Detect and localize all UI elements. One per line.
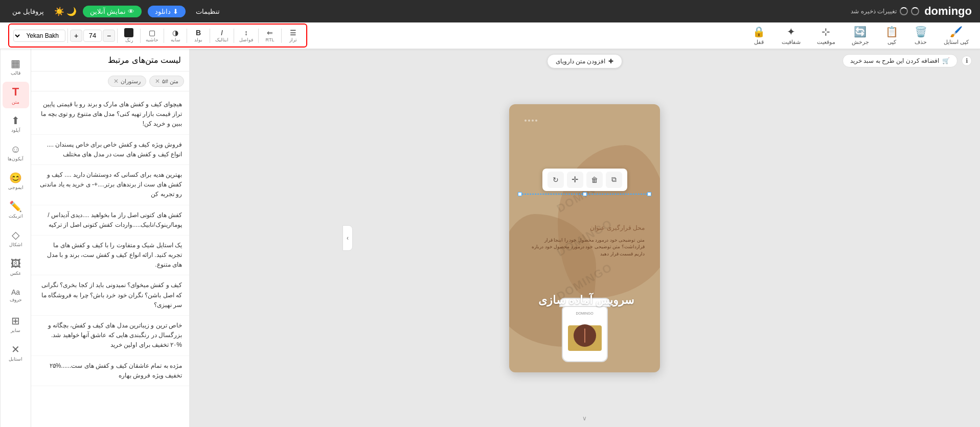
sidebar-item-shapes[interactable]: ◇ اشکال xyxy=(3,225,29,251)
divider-7 xyxy=(140,29,141,43)
filter-tag-1[interactable]: رستوران ✕ xyxy=(108,76,146,87)
tool-position[interactable]: ⊹ موقعیت xyxy=(814,23,838,48)
dot-3 xyxy=(528,120,530,122)
tool-copy-style[interactable]: 🖌️ کپی استایل xyxy=(941,23,972,48)
app-logo: domingo xyxy=(924,5,972,18)
eye-icon: 👁 xyxy=(128,8,134,15)
plus-icon: ✚ xyxy=(608,58,613,65)
sidebar-item-style[interactable]: ✕ استایل xyxy=(3,339,29,366)
spinner-icon-2 xyxy=(900,7,908,15)
tool-copy[interactable]: 📋 کپی xyxy=(882,23,901,48)
sidebar-item-text[interactable]: T متن xyxy=(3,82,29,108)
spacing-button[interactable]: ↕ فواصل xyxy=(236,27,256,44)
card-body-text: متن توضیحی خود درمورد محصول خود را اینجا… xyxy=(525,237,645,258)
handle-mr[interactable] xyxy=(647,192,651,196)
bold-button[interactable]: B بولد xyxy=(189,27,208,44)
italic-button[interactable]: I ایتالیک xyxy=(212,27,232,44)
font-size-control: − + xyxy=(70,30,115,42)
top-navbar: domingo تغییرات ذخیره شد تنظیمات ⬇ دانلو… xyxy=(0,0,980,22)
moon-icon[interactable]: 🌙 xyxy=(66,7,77,16)
move-icon[interactable]: ✛ xyxy=(567,172,583,188)
font-family-select[interactable]: Yekan Bakh xyxy=(13,30,65,42)
add-text-banner[interactable]: ✚ افزودن متن دارویای xyxy=(547,54,623,68)
sidebar-item-photos[interactable]: 🖼 عکس xyxy=(3,253,29,280)
color-button[interactable]: رنگ xyxy=(120,27,138,44)
handle-bm[interactable] xyxy=(583,192,587,196)
shadow-button[interactable]: ◑ سایه xyxy=(166,27,185,44)
align-button[interactable]: ☰ تراز xyxy=(284,27,302,44)
divider-4 xyxy=(210,29,210,43)
info-icon[interactable]: ℹ xyxy=(962,56,972,66)
settings-button[interactable]: تنظیمات xyxy=(192,6,224,17)
save-status: تغییرات ذخیره شد xyxy=(851,7,919,15)
toolbar-tools: 🖌️ کپی استایل 🗑️ حذف 📋 کپی 🔄 جرخش ⊹ موقع… xyxy=(749,23,972,48)
dot-4 xyxy=(525,120,527,122)
sidebar-item-emoji[interactable]: 😊 ایموجی xyxy=(3,168,29,194)
tool-transparency[interactable]: ✦ شفافیت xyxy=(779,23,804,48)
tool-delete[interactable]: 🗑️ حذف xyxy=(911,23,930,48)
emoji-icon: 😊 xyxy=(9,172,22,184)
list-item-5[interactable]: کیف و کفش میخوای؟ نمیدونی باید از کجا بخ… xyxy=(31,275,189,316)
font-size-decrease[interactable]: − xyxy=(103,30,115,42)
collapse-panel-arrow[interactable]: › xyxy=(343,225,353,251)
copy-element-button[interactable]: ⧉ xyxy=(606,172,622,188)
font-size-increase[interactable]: + xyxy=(70,30,82,42)
border-button[interactable]: ▢ حاشیه xyxy=(143,27,162,44)
list-item-0[interactable]: هیچوای کیف و کفش های مارک و برند رو با ق… xyxy=(31,94,189,135)
preview-button[interactable]: 👁 نمایش آنلاین xyxy=(83,6,142,17)
font-size-input[interactable] xyxy=(83,30,102,42)
design-card: DOMINGO DOMINGO DOMINGO xyxy=(509,104,660,372)
text-icon: T xyxy=(12,85,19,99)
theme-toggle[interactable]: 🌙 ☀️ xyxy=(54,7,77,16)
tool-rotate[interactable]: 🔄 جرخش xyxy=(849,23,872,48)
profile-button[interactable]: پروفایل من xyxy=(8,6,48,17)
photos-icon: 🖼 xyxy=(11,258,21,270)
icon-sidebar: ▦ قالب T متن ⬆ آپلود ☺ آیکون‌ها 😊 ایموجی… xyxy=(0,49,31,427)
transparency-icon: ✦ xyxy=(787,26,795,38)
shadow-icon: ◑ xyxy=(172,29,178,37)
refresh-element-button[interactable]: ↻ xyxy=(548,172,564,188)
position-icon: ⊹ xyxy=(822,26,830,38)
canvas-top-bar: ℹ 🛒 افضافه کردن این طرح به سبد خرید xyxy=(842,54,972,67)
sidebar-item-sticker[interactable]: ✏️ اتریکت xyxy=(3,196,29,223)
cup-logo-text: DOMINGO xyxy=(576,312,593,315)
scroll-indicator[interactable]: ∨ xyxy=(582,415,587,422)
sticker-icon: ✏️ xyxy=(9,200,22,212)
list-item-4[interactable]: یک استایل شیک و متفاوت را با کیف و کفش ه… xyxy=(31,235,189,276)
text-format-toolbar: ☰ تراز ⇐ RTL ↕ فواصل I ایتالیک B بولد ◑ … xyxy=(8,23,307,48)
panel-header: لیست متن‌های مرتبط xyxy=(31,49,189,72)
list-item-2[interactable]: بهترین هدیه برای کسانی که دوستشان دارید … xyxy=(31,165,189,205)
copy-icon: 📋 xyxy=(885,26,898,38)
sun-icon[interactable]: ☀️ xyxy=(54,7,64,16)
dot-2 xyxy=(532,120,534,122)
tool-lock[interactable]: 🔒 قفل xyxy=(749,23,768,48)
border-icon: ▢ xyxy=(149,29,155,37)
delete-element-button[interactable]: 🗑 xyxy=(586,172,603,188)
sidebar-item-other[interactable]: ⊞ سایر xyxy=(3,311,29,337)
list-item-7[interactable]: مژده به تمام عاشقان کیف و کفش های ست....… xyxy=(31,356,189,386)
color-icon xyxy=(124,28,133,37)
sidebar-item-template[interactable]: ▦ قالب xyxy=(3,53,29,80)
card-dots xyxy=(525,120,537,122)
list-item-3[interactable]: کفش های کتونی اصل راز ما بخواهید ....دید… xyxy=(31,205,189,235)
sidebar-item-upload[interactable]: ⬆ آپلود xyxy=(3,110,29,137)
filter-tag-0[interactable]: متن #۵ ✕ xyxy=(149,76,184,87)
list-item-1[interactable]: فروش ویژه کیف و کفش خاص برای خاص پسندان … xyxy=(31,135,189,165)
bold-icon: B xyxy=(196,29,201,37)
cup-body: DOMINGO xyxy=(562,306,608,362)
download-icon: ⬇ xyxy=(173,8,178,15)
rtl-icon: ⇐ xyxy=(267,29,273,37)
remove-filter-0[interactable]: ✕ xyxy=(155,78,160,85)
sidebar-item-icons[interactable]: ☺ آیکون‌ها xyxy=(3,139,29,165)
sidebar-item-letters[interactable]: Aa حروف xyxy=(3,282,29,309)
remove-filter-1[interactable]: ✕ xyxy=(113,78,119,85)
list-item-6[interactable]: خاص ترین و زیباترین مدل های کیف و کفش، ب… xyxy=(31,316,189,356)
nav-right: تنظیمات ⬇ دانلود 👁 نمایش آنلاین 🌙 ☀️ پرو… xyxy=(8,6,224,17)
align-icon: ☰ xyxy=(290,29,297,37)
panel-filters: متن #۵ ✕ رستوران ✕ xyxy=(31,72,189,91)
handle-ml[interactable] xyxy=(518,192,522,196)
rtl-button[interactable]: ⇐ RTL xyxy=(261,27,279,44)
right-panel: لیست متن‌های مرتبط متن #۵ ✕ رستوران ✕ هی… xyxy=(31,49,189,427)
add-to-cart-button[interactable]: 🛒 افضافه کردن این طرح به سبد خرید xyxy=(842,54,958,67)
download-button[interactable]: ⬇ دانلود xyxy=(148,6,186,17)
